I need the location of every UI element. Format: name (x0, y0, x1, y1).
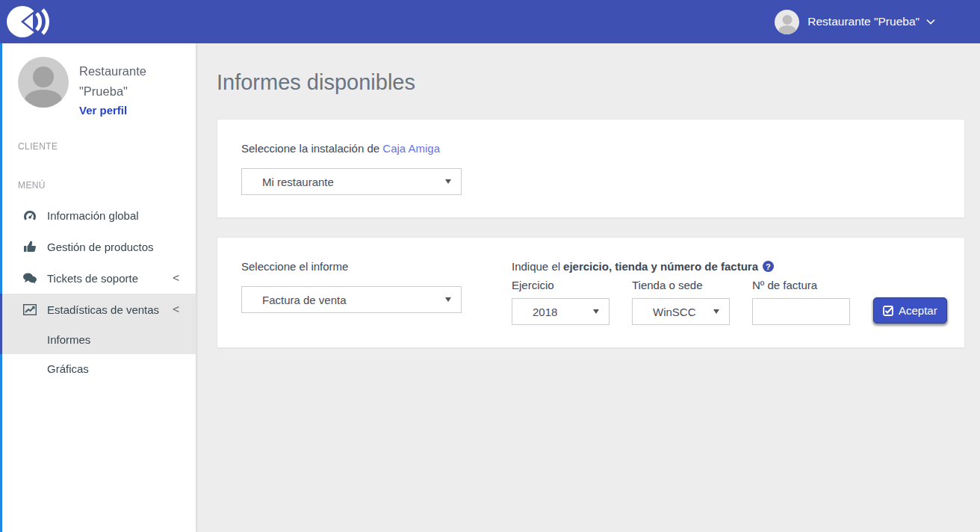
thumbs-up-icon (22, 241, 37, 253)
installation-label-text: Seleccione la instalación de (241, 142, 382, 155)
instructions-bold-text: ejercicio, tienda y número de factura (563, 260, 758, 273)
instructions-normal-text: Indique el (512, 260, 560, 273)
comments-icon (22, 273, 37, 284)
caja-amiga-link[interactable]: Caja Amiga (382, 142, 440, 155)
ejercicio-label: Ejercicio (512, 279, 610, 291)
sidebar-item-gestion-productos[interactable]: Gestión de productos (0, 231, 196, 262)
chevron-left-icon: < (173, 271, 179, 285)
select-caret-icon (713, 309, 719, 314)
brand-logo[interactable] (6, 4, 55, 39)
report-card: Seleccione el informe Factura de venta I… (217, 237, 965, 348)
active-menu-group: Estadísticas de ventas < Informes (0, 294, 196, 354)
tienda-select[interactable]: WinSCC (632, 298, 730, 325)
installation-card: Seleccione la instalación de Caja Amiga … (217, 119, 965, 218)
sidebar-item-label: Tickets de soporte (47, 272, 138, 285)
sidebar-item-informacion-global[interactable]: Información global (0, 200, 196, 231)
invoice-instructions: Indique el ejercicio, tienda y número de… (512, 260, 947, 273)
line-chart-icon (22, 304, 37, 315)
select-caret-icon (593, 309, 599, 314)
profile-block: Restaurante "Prueba" Ver perfil (0, 43, 196, 117)
section-label-menu: MENÚ (0, 180, 196, 191)
accept-button-label: Aceptar (899, 304, 937, 317)
select-caret-icon (445, 297, 451, 302)
section-label-cliente: CLIENTE (0, 141, 196, 152)
report-select-label: Seleccione el informe (241, 260, 488, 273)
sidebar-item-label: Gestión de productos (47, 241, 154, 253)
chevron-down-icon (926, 19, 935, 25)
profile-avatar (18, 57, 69, 108)
report-select-value: Factura de venta (262, 294, 347, 306)
user-name: Restaurante "Prueba" (807, 15, 919, 28)
check-square-icon (883, 306, 893, 316)
view-profile-link[interactable]: Ver perfil (79, 104, 127, 117)
sidebar-subitem-graficas[interactable]: Gráficas (0, 354, 196, 383)
ejercicio-select-value: 2018 (533, 306, 557, 318)
accept-button[interactable]: Aceptar (873, 297, 947, 324)
tachometer-icon (22, 210, 37, 221)
top-navbar: Restaurante "Prueba" (0, 0, 980, 43)
profile-name-line2: "Prueba" (79, 81, 146, 102)
installation-select[interactable]: Mi restaurante (241, 168, 462, 195)
sidebar-item-estadisticas-ventas[interactable]: Estadísticas de ventas < (0, 294, 196, 325)
main-content: Informes disponibles Seleccione la insta… (196, 0, 980, 348)
page-title: Informes disponibles (217, 70, 965, 95)
factura-label: Nº de factura (752, 279, 850, 291)
announcement-logo-icon (6, 4, 55, 39)
tienda-label: Tienda o sede (632, 279, 730, 291)
sidebar-subitem-informes[interactable]: Informes (0, 325, 196, 354)
sidebar-item-label: Información global (47, 209, 139, 222)
chevron-left-icon: < (173, 303, 179, 316)
help-icon[interactable]: ? (763, 261, 774, 272)
factura-input[interactable] (752, 298, 850, 325)
select-caret-icon (445, 179, 451, 184)
ejercicio-select[interactable]: 2018 (512, 298, 610, 325)
sidebar-item-label: Estadísticas de ventas (47, 303, 159, 316)
sidebar-item-tickets-soporte[interactable]: Tickets de soporte < (0, 262, 196, 294)
tienda-select-value: WinSCC (653, 306, 696, 318)
sidebar: Restaurante "Prueba" Ver perfil CLIENTE … (0, 43, 196, 532)
user-menu[interactable]: Restaurante "Prueba" (775, 10, 935, 34)
installation-label: Seleccione la instalación de Caja Amiga (241, 142, 940, 155)
installation-select-value: Mi restaurante (262, 176, 334, 188)
profile-name-line1: Restaurante (79, 61, 146, 81)
user-avatar (775, 10, 799, 34)
report-select[interactable]: Factura de venta (241, 286, 462, 313)
